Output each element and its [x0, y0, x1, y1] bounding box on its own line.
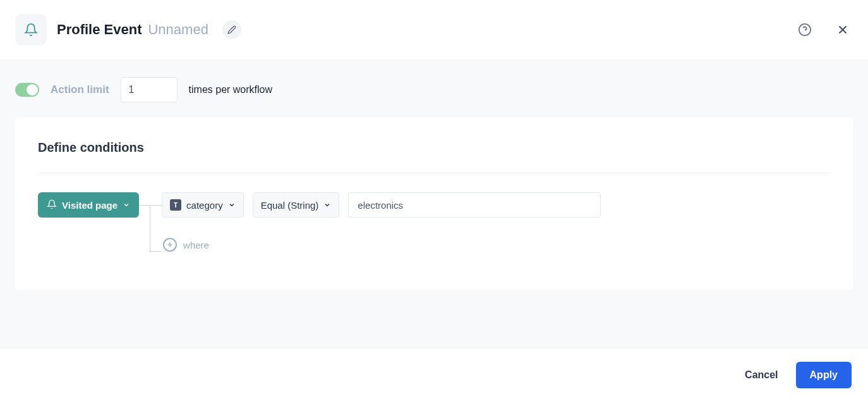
text-type-icon: T [170, 199, 181, 211]
event-select[interactable]: Visited page [38, 192, 139, 218]
divider [38, 173, 830, 173]
attribute-label: category [186, 200, 223, 211]
close-button[interactable] [833, 20, 853, 40]
action-limit-suffix: times per workflow [189, 84, 272, 96]
chevron-down-icon [323, 200, 331, 211]
event-label: Visited page [62, 200, 118, 211]
action-limit-label: Action limit [51, 83, 109, 96]
bell-icon [47, 199, 57, 211]
attribute-select[interactable]: T category [162, 192, 244, 218]
add-where-button[interactable] [163, 238, 177, 252]
action-limit-input[interactable] [121, 77, 178, 102]
operator-select[interactable]: Equal (String) [253, 192, 340, 218]
chevron-down-icon [123, 200, 130, 211]
help-button[interactable] [795, 20, 815, 40]
page-title-group: Profile Event Unnamed [57, 22, 208, 38]
connector [139, 192, 162, 252]
page-title: Profile Event [57, 22, 142, 38]
apply-button[interactable]: Apply [796, 362, 852, 388]
add-where-label: where [183, 240, 209, 250]
profile-event-icon [15, 14, 47, 46]
page-subtitle: Unnamed [148, 22, 208, 38]
edit-name-button[interactable] [222, 20, 241, 39]
operator-label: Equal (String) [261, 200, 319, 211]
cancel-button[interactable]: Cancel [742, 363, 780, 387]
conditions-title: Define conditions [38, 140, 830, 155]
action-limit-toggle[interactable] [15, 83, 39, 97]
chevron-down-icon [228, 200, 236, 211]
value-input[interactable] [348, 192, 601, 218]
